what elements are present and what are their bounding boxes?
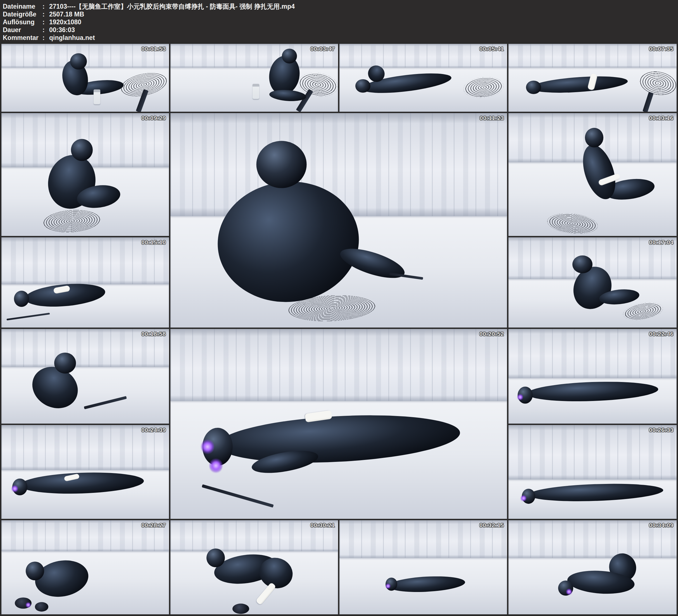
video-thumbnail: 00:17:04 bbox=[509, 237, 677, 328]
duration-value: 00:36:03 bbox=[49, 26, 75, 34]
thumbnail-scene bbox=[1, 425, 169, 519]
thumbnail-scene bbox=[509, 329, 677, 424]
video-thumbnail-large: 00:20:52 bbox=[171, 329, 507, 519]
purple-led-glow bbox=[566, 588, 572, 595]
figure-head-shape bbox=[54, 353, 76, 374]
field-label: Auflösung bbox=[3, 18, 42, 26]
video-thumbnail: 00:24:39 bbox=[1, 425, 169, 519]
timestamp-overlay: 00:05:41 bbox=[479, 45, 504, 52]
filename-value: 27103----【无脑鱼工作室】小元乳胶后拘束带自缚挣扎 - 防毒面具- 强制… bbox=[49, 2, 295, 10]
thumbnail-scene bbox=[171, 329, 507, 519]
purple-led-glow bbox=[521, 495, 527, 502]
video-thumbnail: 00:15:10 bbox=[1, 237, 169, 328]
purple-led-glow bbox=[26, 602, 31, 608]
field-label: Dateiname bbox=[3, 2, 42, 10]
field-colon: : bbox=[42, 2, 49, 10]
spray-bottle-shape bbox=[253, 84, 259, 99]
thumbnail-scene bbox=[339, 520, 507, 614]
thumbnail-scene bbox=[171, 113, 507, 328]
video-thumbnail: 00:05:41 bbox=[339, 44, 507, 112]
video-thumbnail: 00:22:46 bbox=[509, 329, 677, 424]
video-thumbnail-large: 00:11:23 bbox=[171, 113, 507, 328]
timestamp-overlay: 00:32:15 bbox=[479, 522, 504, 529]
resolution-value: 1920x1080 bbox=[49, 18, 81, 26]
field-label: Dateigröße bbox=[3, 10, 42, 18]
file-info-row: Dauer : 00:36:03 bbox=[3, 26, 678, 34]
thumbnail-scene bbox=[1, 44, 169, 112]
filesize-value: 2507.18 MB bbox=[49, 10, 84, 18]
figure-head-shape bbox=[14, 291, 29, 307]
video-thumbnail: 00:26:33 bbox=[509, 425, 677, 519]
video-thumbnail: 00:09:29 bbox=[1, 113, 169, 236]
contact-sheet: Dateiname : 27103----【无脑鱼工作室】小元乳胶后拘束带自缚挣… bbox=[0, 0, 678, 616]
figure-head-shape bbox=[355, 79, 370, 93]
field-label: Kommentar bbox=[3, 34, 42, 42]
mask-on-floor-shape bbox=[35, 602, 48, 612]
comment-value: qinglanhua.net bbox=[49, 34, 95, 42]
file-info-row: Dateigröße : 2507.18 MB bbox=[3, 10, 678, 18]
timestamp-overlay: 00:01:53 bbox=[141, 45, 166, 52]
timestamp-overlay: 00:24:39 bbox=[141, 427, 166, 433]
figure-head-shape bbox=[572, 256, 593, 274]
figure-head-shape bbox=[256, 141, 307, 188]
thumbnail-scene bbox=[509, 520, 677, 614]
figure-head-shape bbox=[526, 80, 541, 94]
thumbnail-scene bbox=[171, 44, 338, 112]
thumbnail-scene bbox=[509, 44, 677, 112]
video-thumbnail: 00:13:16 bbox=[509, 113, 677, 236]
purple-led-glow bbox=[385, 583, 390, 589]
thumbnail-scene bbox=[171, 520, 338, 614]
timestamp-overlay: 00:28:27 bbox=[141, 522, 166, 529]
video-thumbnail: 00:32:15 bbox=[339, 520, 507, 614]
video-thumbnail: 00:28:27 bbox=[1, 520, 169, 614]
file-info-row: Dateiname : 27103----【无脑鱼工作室】小元乳胶后拘束带自缚挣… bbox=[3, 2, 678, 10]
figure-head-shape bbox=[70, 53, 87, 70]
spray-bottle-shape bbox=[93, 89, 100, 104]
field-colon: : bbox=[42, 18, 49, 26]
thumbnail-scene bbox=[1, 520, 169, 614]
video-thumbnail: 00:30:21 bbox=[171, 520, 338, 614]
thumbnail-scene bbox=[509, 237, 677, 328]
timestamp-overlay: 00:26:33 bbox=[649, 427, 674, 433]
file-info-row: Kommentar : qinglanhua.net bbox=[3, 34, 678, 42]
purple-led-glow bbox=[11, 485, 18, 493]
timestamp-overlay: 00:03:47 bbox=[310, 45, 335, 52]
file-info-row: Auflösung : 1920x1080 bbox=[3, 18, 678, 26]
studio-floor bbox=[1, 367, 169, 424]
figure-head-shape bbox=[585, 128, 603, 147]
timestamp-overlay: 00:34:09 bbox=[649, 522, 674, 529]
timestamp-overlay: 00:15:10 bbox=[141, 239, 166, 246]
timestamp-overlay: 00:07:35 bbox=[649, 45, 674, 52]
timestamp-overlay: 00:18:58 bbox=[141, 331, 166, 337]
video-thumbnail: 00:01:53 bbox=[1, 44, 169, 112]
field-colon: : bbox=[42, 34, 49, 42]
purple-led-glow bbox=[517, 394, 523, 400]
figure-head-shape bbox=[71, 139, 93, 161]
field-colon: : bbox=[42, 10, 49, 18]
thumbnail-scene bbox=[1, 329, 169, 424]
field-colon: : bbox=[42, 26, 49, 34]
field-label: Dauer bbox=[3, 26, 42, 34]
thumbnail-scene bbox=[1, 237, 169, 328]
thumbnail-scene bbox=[509, 425, 677, 519]
figure-head-shape bbox=[26, 562, 44, 580]
mask-on-floor-shape bbox=[232, 604, 249, 614]
thumbnail-scene bbox=[509, 113, 677, 236]
thumbnail-scene bbox=[339, 44, 507, 112]
figure-head-shape bbox=[282, 49, 297, 64]
thumbnail-scene bbox=[1, 113, 169, 236]
backdrop-curtain bbox=[171, 329, 507, 401]
video-thumbnail: 00:03:47 bbox=[171, 44, 338, 112]
video-thumbnail: 00:34:09 bbox=[509, 520, 677, 614]
timestamp-overlay: 00:13:16 bbox=[649, 115, 674, 121]
timestamp-overlay: 00:30:21 bbox=[310, 522, 335, 529]
video-thumbnail: 00:18:58 bbox=[1, 329, 169, 424]
timestamp-overlay: 00:17:04 bbox=[649, 239, 674, 246]
file-info-header: Dateiname : 27103----【无脑鱼工作室】小元乳胶后拘束带自缚挣… bbox=[0, 0, 678, 42]
timestamp-overlay: 00:11:23 bbox=[480, 115, 504, 121]
timestamp-overlay: 00:22:46 bbox=[649, 331, 674, 337]
timestamp-overlay: 00:09:29 bbox=[141, 115, 166, 121]
video-thumbnail: 00:07:35 bbox=[509, 44, 677, 112]
figure-head-shape bbox=[206, 548, 225, 567]
timestamp-overlay: 00:20:52 bbox=[479, 331, 504, 337]
